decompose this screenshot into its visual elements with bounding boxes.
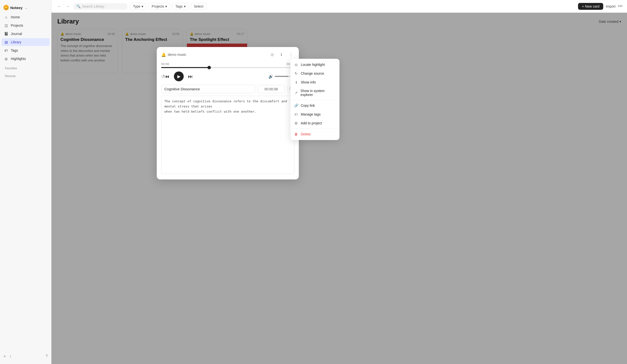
journal-icon: 📓: [4, 32, 8, 36]
rewind-button[interactable]: ⏮: [165, 74, 169, 79]
note-area: 00:00:08 ⏱ The concept of cognitive diss…: [157, 85, 299, 180]
sidebar-label-home: Home: [11, 15, 20, 19]
filter-tags[interactable]: Tags ▾: [172, 3, 189, 10]
menu-item-delete[interactable]: 🗑 Delete: [290, 130, 339, 138]
sidebar-item-tags[interactable]: 🏷 Tags: [1, 46, 50, 54]
show-info-icon: ℹ: [294, 80, 298, 85]
fast-forward-button[interactable]: ⏭: [188, 74, 193, 79]
sidebar-item-journal[interactable]: 📓 Journal: [1, 30, 50, 38]
menu-item-change-source[interactable]: ↻ Change source: [290, 69, 339, 78]
audio-player: 00:08 00:22 ↺ ⏮ ▶ ⏭: [157, 61, 299, 85]
modal-info-button[interactable]: ℹ: [278, 51, 285, 58]
add-to-project-icon: ⊞: [294, 121, 298, 125]
upload-icon[interactable]: ↑: [9, 354, 12, 359]
home-icon: ⌂: [4, 15, 8, 19]
search-bar[interactable]: 🔍 Search Library: [73, 3, 127, 9]
app-name: Noteey: [10, 6, 23, 10]
note-time-display: 00:00:08: [258, 85, 285, 93]
audio-controls-row: ↺ ⏮ ▶ ⏭ 🔊: [161, 71, 294, 81]
menu-item-add-to-project[interactable]: ⊞ Add to project: [290, 119, 339, 128]
filter-select[interactable]: Select: [191, 3, 207, 10]
search-icon: 🔍: [76, 4, 81, 8]
volume-fill: [275, 76, 289, 77]
loop-button[interactable]: ↺: [161, 74, 165, 79]
new-card-button[interactable]: + New card: [578, 3, 603, 10]
filter-type[interactable]: Type ▾: [130, 3, 147, 10]
filter-bar: Type ▾ Projects ▾ Tags ▾ Select: [130, 3, 575, 10]
modal-header: 🔔 demo music ◎ ℹ ⋮: [157, 47, 299, 61]
nav-buttons: ← →: [56, 3, 71, 10]
change-source-icon: ↻: [294, 71, 298, 76]
audio-times: 00:08 00:22: [161, 62, 294, 66]
sidebar-item-library[interactable]: ▤ Library: [1, 38, 50, 46]
tags-chevron-icon: ▾: [184, 4, 186, 8]
locate-highlight-icon: ◎: [294, 62, 298, 67]
sidebar-nav: ⌂ Home ◫ Projects 📓 Journal ▤ Library 🏷 …: [0, 13, 51, 352]
play-button[interactable]: ▶: [174, 71, 184, 81]
audio-progress-fill: [161, 67, 209, 68]
projects-chevron-icon: ▾: [165, 4, 167, 8]
topbar: ← → 🔍 Search Library Type ▾ Projects ▾ T…: [52, 0, 627, 13]
context-menu: ◎ Locate highlight ↻ Change source ℹ Sho…: [290, 59, 339, 140]
modal-more-button[interactable]: ⋮: [287, 51, 294, 58]
menu-item-copy-link[interactable]: 🔗 Copy link: [290, 101, 339, 110]
search-placeholder: Search Library: [82, 4, 104, 8]
sidebar-item-projects[interactable]: ◫ Projects: [1, 22, 50, 29]
menu-divider-1: [290, 100, 339, 100]
modal-source: 🔔 demo music: [161, 52, 186, 57]
highlights-icon: ◎: [4, 56, 8, 61]
main-content: ← → 🔍 Search Library Type ▾ Projects ▾ T…: [52, 0, 627, 364]
modal-source-label: demo music: [168, 53, 186, 56]
sidebar-label-highlights: Highlights: [11, 57, 26, 61]
app-logo: 🔔: [3, 5, 9, 10]
favorites-label: Favorites: [1, 63, 50, 71]
modal-locate-button[interactable]: ◎: [268, 51, 276, 58]
note-title-row: 00:00:08 ⏱: [161, 85, 294, 93]
sidebar-label-projects: Projects: [11, 24, 23, 27]
sidebar-header: 🔔 Noteey ⌄: [0, 3, 51, 13]
sidebar-label-journal: Journal: [11, 32, 22, 36]
note-text-area[interactable]: The concept of cognitive dissonance refe…: [161, 96, 294, 174]
library-icon: ▤: [4, 40, 8, 44]
more-icon: •••: [618, 4, 623, 8]
sidebar-item-highlights[interactable]: ◎ Highlights: [1, 55, 50, 63]
menu-divider-2: [290, 129, 339, 129]
show-explorer-icon: ↗: [294, 91, 298, 95]
modal-source-icon: 🔔: [161, 52, 166, 57]
projects-icon: ◫: [4, 23, 8, 28]
sidebar-item-home[interactable]: ⌂ Home: [1, 13, 50, 21]
forward-button[interactable]: →: [64, 3, 71, 10]
volume-icon[interactable]: 🔊: [268, 74, 273, 79]
audio-progress-bar[interactable]: [161, 67, 294, 68]
audio-modal: 🔔 demo music ◎ ℹ ⋮ 00:08 00:22: [157, 47, 299, 180]
help-icon[interactable]: ?: [46, 354, 48, 359]
note-title-input[interactable]: [161, 85, 255, 93]
menu-item-show-explorer[interactable]: ↗ Show in system explorer: [290, 87, 339, 99]
import-label: Import: [606, 4, 616, 8]
audio-controls: ⏮ ▶ ⏭: [165, 71, 193, 81]
menu-item-manage-tags[interactable]: 🏷 Manage tags: [290, 110, 339, 119]
topbar-right: + New card Import •••: [578, 3, 623, 10]
add-item-icon[interactable]: +: [3, 354, 6, 359]
menu-item-show-info[interactable]: ℹ Show info: [290, 78, 339, 87]
content-area: Library Date created ▾ 🔔 demo music 00:0…: [52, 13, 627, 364]
filter-projects[interactable]: Projects ▾: [149, 3, 170, 10]
app-chevron[interactable]: ⌄: [25, 6, 28, 9]
modal-header-icons: ◎ ℹ ⋮: [268, 51, 294, 58]
type-chevron-icon: ▾: [142, 4, 143, 8]
back-button[interactable]: ←: [56, 3, 63, 10]
manage-tags-icon: 🏷: [294, 112, 298, 117]
more-options-button[interactable]: •••: [618, 4, 623, 9]
sidebar-label-library: Library: [11, 40, 21, 44]
import-button[interactable]: Import: [606, 4, 616, 8]
sidebar-bottom: + ↑ ?: [0, 352, 51, 361]
modal-overlay[interactable]: 🔔 demo music ◎ ℹ ⋮ 00:08 00:22: [52, 13, 627, 364]
sidebar: 🔔 Noteey ⌄ ⌂ Home ◫ Projects 📓 Journal ▤…: [0, 0, 52, 364]
new-card-label: + New card: [582, 4, 599, 8]
menu-item-locate-highlight[interactable]: ◎ Locate highlight: [290, 60, 339, 69]
sidebar-label-tags: Tags: [11, 48, 18, 52]
tags-icon: 🏷: [4, 48, 8, 53]
delete-icon: 🗑: [294, 132, 298, 136]
audio-time-current: 00:08: [161, 62, 169, 66]
copy-link-icon: 🔗: [294, 103, 298, 108]
